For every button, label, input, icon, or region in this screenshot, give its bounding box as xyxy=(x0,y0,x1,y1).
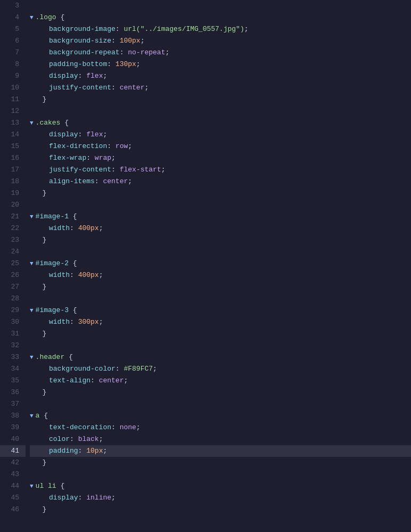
code-line-7: background-repeat : no-repeat ; xyxy=(30,47,411,59)
line-num-5: 5 xyxy=(0,23,26,35)
editor-container: 3 4 5 6 7 8 9 10 11 12 13 14 15 16 17 18… xyxy=(0,0,411,532)
line-num-21: 21 xyxy=(0,211,26,223)
code-line-34: background-color : #F89FC7 ; xyxy=(30,363,411,375)
code-line-13: ▼ .cakes { xyxy=(30,117,411,129)
code-line-15: flex-direction : row ; xyxy=(30,141,411,152)
line-num-15: 15 xyxy=(0,141,26,152)
collapse-triangle-image3[interactable]: ▼ xyxy=(30,305,34,316)
code-line-4: ▼ .logo { xyxy=(30,12,411,23)
code-line-6: background-size : 100px ; xyxy=(30,35,411,47)
line-num-28: 28 xyxy=(0,293,26,305)
code-line-36: } xyxy=(30,387,411,398)
code-line-33: ▼ .header { xyxy=(30,351,411,363)
line-num-44: 44 xyxy=(0,480,26,492)
code-line-44: ▼ ul li { xyxy=(30,480,411,492)
collapse-triangle-ulli[interactable]: ▼ xyxy=(30,480,34,492)
line-num-32: 32 xyxy=(0,340,26,351)
line-num-31: 31 xyxy=(0,328,26,340)
code-line-41: padding : 10px ; xyxy=(30,445,411,457)
code-line-24 xyxy=(30,246,411,258)
code-line-17: justify-content : flex-start ; xyxy=(30,164,411,176)
code-line-11: } xyxy=(30,94,411,105)
collapse-triangle-a[interactable]: ▼ xyxy=(30,410,34,422)
line-num-6: 6 xyxy=(0,35,26,47)
code-line-8: padding-bottom : 130px ; xyxy=(30,59,411,70)
line-num-18: 18 xyxy=(0,176,26,187)
collapse-triangle-cakes[interactable]: ▼ xyxy=(30,117,34,129)
line-numbers: 3 4 5 6 7 8 9 10 11 12 13 14 15 16 17 18… xyxy=(0,0,26,532)
code-line-30: width : 300px ; xyxy=(30,316,411,328)
line-num-10: 10 xyxy=(0,82,26,94)
line-num-11: 11 xyxy=(0,94,26,105)
line-num-20: 20 xyxy=(0,199,26,211)
code-line-3 xyxy=(30,0,411,12)
code-line-40: color : black ; xyxy=(30,433,411,445)
line-num-7: 7 xyxy=(0,47,26,59)
line-num-30: 30 xyxy=(0,316,26,328)
code-line-14: display : flex ; xyxy=(30,129,411,141)
code-line-21: ▼ #image-1 { xyxy=(30,211,411,223)
code-line-28 xyxy=(30,293,411,305)
line-num-27: 27 xyxy=(0,281,26,293)
line-num-3: 3 xyxy=(0,0,26,12)
line-num-14: 14 xyxy=(0,129,26,141)
code-line-19: } xyxy=(30,187,411,199)
collapse-triangle-image1[interactable]: ▼ xyxy=(30,211,34,223)
code-line-18: align-items : center ; xyxy=(30,176,411,187)
code-line-10: justify-content : center ; xyxy=(30,82,411,94)
line-num-24: 24 xyxy=(0,246,26,258)
collapse-triangle-header[interactable]: ▼ xyxy=(30,351,34,363)
code-line-5: background-image : url("../images/IMG_05… xyxy=(30,23,411,35)
line-num-43: 43 xyxy=(0,469,26,480)
code-line-20 xyxy=(30,199,411,211)
code-line-25: ▼ #image-2 { xyxy=(30,258,411,269)
line-num-36: 36 xyxy=(0,387,26,398)
code-line-35: text-align : center ; xyxy=(30,375,411,387)
line-num-29: 29 xyxy=(0,305,26,316)
code-line-38: ▼ a { xyxy=(30,410,411,422)
code-line-46: } xyxy=(30,504,411,515)
code-line-23: } xyxy=(30,234,411,246)
line-num-8: 8 xyxy=(0,59,26,70)
line-num-19: 19 xyxy=(0,187,26,199)
code-line-31: } xyxy=(30,328,411,340)
code-line-16: flex-wrap : wrap ; xyxy=(30,152,411,164)
code-line-32 xyxy=(30,340,411,351)
line-num-22: 22 xyxy=(0,223,26,234)
line-num-17: 17 xyxy=(0,164,26,176)
collapse-triangle-logo[interactable]: ▼ xyxy=(30,12,34,23)
code-line-27: } xyxy=(30,281,411,293)
line-num-25: 25 xyxy=(0,258,26,269)
code-line-39: text-decoration : none ; xyxy=(30,422,411,433)
line-num-38: 38 xyxy=(0,410,26,422)
line-num-26: 26 xyxy=(0,269,26,281)
line-num-46: 46 xyxy=(0,504,26,515)
line-num-4: 4 xyxy=(0,12,26,23)
code-line-12 xyxy=(30,105,411,117)
code-line-43 xyxy=(30,469,411,480)
code-line-26: width : 400px ; xyxy=(30,269,411,281)
code-line-9: display : flex ; xyxy=(30,70,411,82)
code-line-42: } xyxy=(30,457,411,469)
code-area[interactable]: ▼ .logo { background-image : url("../ima… xyxy=(26,0,411,532)
line-num-16: 16 xyxy=(0,152,26,164)
line-num-39: 39 xyxy=(0,422,26,433)
line-num-9: 9 xyxy=(0,70,26,82)
line-num-45: 45 xyxy=(0,492,26,504)
line-num-13: 13 xyxy=(0,117,26,129)
line-num-35: 35 xyxy=(0,375,26,387)
code-line-45: display : inline ; xyxy=(30,492,411,504)
line-num-34: 34 xyxy=(0,363,26,375)
code-line-37 xyxy=(30,398,411,410)
line-num-40: 40 xyxy=(0,433,26,445)
line-num-42: 42 xyxy=(0,457,26,469)
line-num-37: 37 xyxy=(0,398,26,410)
line-num-33: 33 xyxy=(0,351,26,363)
line-num-41: 41 xyxy=(0,445,26,457)
line-num-23: 23 xyxy=(0,234,26,246)
collapse-triangle-image2[interactable]: ▼ xyxy=(30,258,34,269)
code-line-22: width : 400px ; xyxy=(30,223,411,234)
code-line-29: ▼ #image-3 { xyxy=(30,305,411,316)
line-num-12: 12 xyxy=(0,105,26,117)
